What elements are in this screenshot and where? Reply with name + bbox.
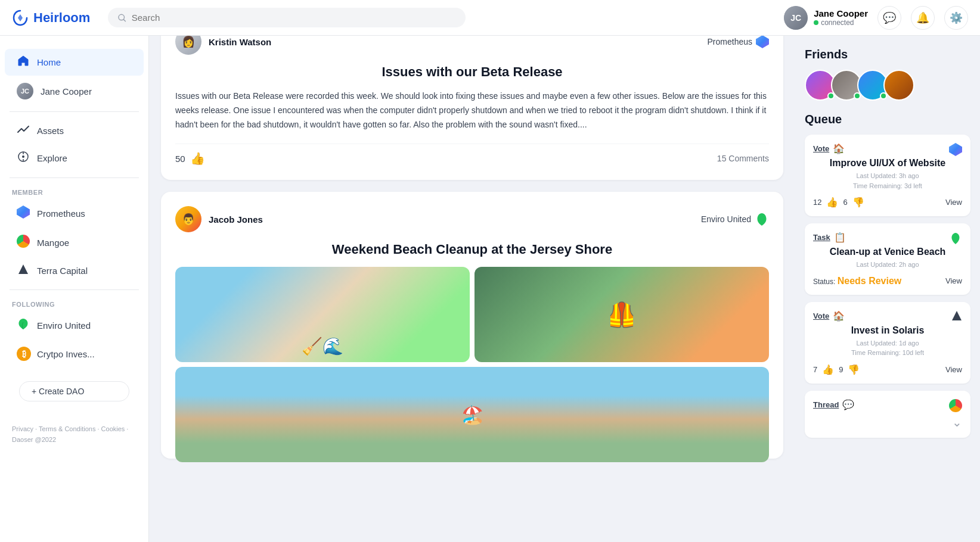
assets-icon bbox=[17, 124, 30, 138]
svg-marker-6 bbox=[952, 311, 962, 320]
thumbs-up-3[interactable]: 👍 bbox=[822, 364, 834, 375]
prometheus-icon bbox=[17, 205, 30, 222]
following-section-label: FOLLOWING bbox=[0, 296, 148, 310]
queue-status-2: Status: Needs Review bbox=[813, 276, 901, 286]
like-icon-1[interactable]: 👍 bbox=[190, 151, 205, 166]
queue-card-3-footer: 7 👍 9 👎 View bbox=[813, 364, 962, 375]
queue-card-3-header: Vote 🏠 bbox=[813, 310, 962, 322]
queue-card-2-footer: Status: Needs Review View bbox=[813, 276, 962, 286]
settings-button[interactable]: ⚙️ bbox=[944, 6, 968, 30]
post-footer-1: 50 👍 15 Comments bbox=[175, 144, 769, 166]
post-author-avatar-2: 👨 bbox=[175, 206, 201, 232]
post-image-2-3: 🏖️ bbox=[175, 367, 769, 462]
post-title-2: Weekend Beach Cleanup at the Jersey Shor… bbox=[175, 242, 769, 257]
explore-icon bbox=[17, 151, 30, 166]
queue-view-3[interactable]: View bbox=[945, 365, 962, 374]
queue-card-2-title: Clean-up at Venice Beach bbox=[813, 247, 962, 257]
queue-type-icon-3: 🏠 bbox=[833, 310, 845, 322]
post-author-name-1: Kristin Watson bbox=[209, 37, 271, 47]
sidebar-item-crypto[interactable]: ₿ Crytpo Inves... bbox=[5, 341, 144, 367]
sidebar-crypto-label: Crytpo Inves... bbox=[37, 349, 95, 359]
queue-card-1-title: Improve UI/UX of Website bbox=[813, 158, 962, 169]
app-name: Heirloom bbox=[33, 10, 90, 26]
sidebar-divider-3 bbox=[10, 289, 139, 290]
user-info: JC Jane Cooper connected bbox=[784, 6, 868, 30]
terra-icon bbox=[17, 264, 30, 278]
queue-card-4-footer: ⌄ bbox=[813, 415, 962, 429]
user-status: connected bbox=[814, 18, 868, 27]
search-icon bbox=[117, 13, 126, 23]
queue-card-1-footer: 12 👍 6 👎 View bbox=[813, 197, 962, 208]
post-image-2-2: 🦺 bbox=[475, 267, 769, 362]
queue-card-1-meta: Last Updated: 3h ago Time Remaining: 3d … bbox=[813, 171, 962, 191]
post-card-1: 👩 Kristin Watson Prometheus Issues with … bbox=[161, 14, 783, 180]
feed: 👩 Kristin Watson Prometheus Issues with … bbox=[149, 0, 795, 506]
queue-card-1: Vote 🏠 Improve UI/UX of Website Last Upd… bbox=[805, 135, 970, 216]
post-header-2: 👨 Jacob Jones Enviro United bbox=[175, 206, 769, 232]
prometheus-queue-icon bbox=[949, 143, 962, 156]
queue-view-1[interactable]: View bbox=[945, 198, 962, 207]
messages-button[interactable]: 💬 bbox=[877, 6, 901, 30]
post-images-2: 🧹🌊 🦺 🏖️ bbox=[175, 267, 769, 444]
thumbs-down-3[interactable]: 👎 bbox=[848, 364, 860, 375]
queue-type-4[interactable]: Thread bbox=[813, 400, 839, 409]
sidebar-enviro-label: Enviro United bbox=[37, 320, 91, 331]
sidebar-item-assets[interactable]: Assets bbox=[5, 118, 144, 144]
svg-marker-5 bbox=[18, 264, 28, 274]
post-author-name-2: Jacob Jones bbox=[209, 214, 263, 225]
queue-view-2[interactable]: View bbox=[945, 276, 962, 285]
sidebar-terra-label: Terra Capital bbox=[37, 266, 88, 276]
sidebar-item-mangoe[interactable]: Mangoe bbox=[5, 229, 144, 257]
app-header: Heirloom JC Jane Cooper connected 💬 🔔 ⚙️ bbox=[0, 0, 980, 36]
queue-type-3[interactable]: Vote bbox=[813, 312, 829, 320]
queue-type-icon-2: 📋 bbox=[834, 232, 846, 243]
queue-card-2: Task 📋 Clean-up at Venice Beach Last Upd… bbox=[805, 223, 970, 295]
search-bar[interactable] bbox=[108, 8, 466, 27]
post-likes-1: 50 👍 bbox=[175, 151, 205, 166]
sidebar-item-enviro[interactable]: Enviro United bbox=[5, 312, 144, 339]
sidebar-item-prometheus[interactable]: Prometheus bbox=[5, 200, 144, 228]
svg-point-2 bbox=[22, 155, 24, 158]
post-comments-1[interactable]: 15 Comments bbox=[717, 154, 769, 163]
sidebar-assets-label: Assets bbox=[37, 126, 64, 136]
thumbs-down-1[interactable]: 👎 bbox=[852, 197, 864, 208]
votes-up-3: 7 bbox=[813, 365, 817, 374]
post-community-name-1: Prometheus bbox=[708, 37, 752, 46]
queue-card-3-title: Invest in Solaris bbox=[813, 325, 962, 336]
thumbs-up-1[interactable]: 👍 bbox=[826, 197, 838, 208]
queue-card-4-header: Thread 💬 bbox=[813, 399, 962, 410]
sidebar-item-explore[interactable]: Explore bbox=[5, 145, 144, 172]
post-community-2[interactable]: Enviro United bbox=[701, 212, 769, 226]
avatar: JC bbox=[784, 6, 808, 30]
friend-4[interactable] bbox=[883, 70, 914, 101]
community-icon-prometheus bbox=[756, 35, 769, 48]
user-details: Jane Cooper connected bbox=[814, 8, 868, 27]
logo-icon bbox=[12, 10, 29, 26]
create-dao-label: + Create DAO bbox=[32, 387, 84, 396]
post-body-1: Issues with our Beta Release were record… bbox=[175, 89, 769, 132]
likes-count-1: 50 bbox=[175, 154, 185, 164]
notifications-button[interactable]: 🔔 bbox=[911, 6, 935, 30]
post-community-name-2: Enviro United bbox=[701, 214, 751, 224]
post-community-1[interactable]: Prometheus bbox=[708, 35, 769, 48]
queue-type-1[interactable]: Vote bbox=[813, 144, 829, 153]
app-logo[interactable]: Heirloom bbox=[12, 10, 90, 26]
user-name: Jane Cooper bbox=[814, 8, 868, 18]
queue-type-icon-4: 💬 bbox=[842, 399, 854, 410]
mangoe-queue-icon bbox=[949, 399, 962, 412]
profile-avatar: JC bbox=[17, 83, 33, 99]
sidebar-divider-2 bbox=[10, 177, 139, 178]
create-dao-button[interactable]: + Create DAO bbox=[19, 381, 129, 401]
sidebar-item-terra[interactable]: Terra Capital bbox=[5, 258, 144, 284]
terra-queue-icon bbox=[951, 310, 962, 321]
sidebar-mangoe-label: Mangoe bbox=[37, 238, 69, 248]
queue-card-1-header: Vote 🏠 bbox=[813, 143, 962, 154]
sidebar-footer: Privacy · Terms & Conditions · Cookies ·… bbox=[0, 417, 148, 452]
sidebar-item-profile[interactable]: JC Jane Cooper bbox=[5, 77, 144, 105]
search-input[interactable] bbox=[132, 13, 457, 23]
sidebar-home-label: Home bbox=[37, 57, 61, 67]
sidebar-item-home[interactable]: Home bbox=[5, 49, 144, 76]
queue-expand-4[interactable]: ⌄ bbox=[952, 415, 962, 429]
sidebar-profile-label: Jane Cooper bbox=[41, 86, 92, 96]
queue-type-2[interactable]: Task bbox=[813, 233, 830, 242]
